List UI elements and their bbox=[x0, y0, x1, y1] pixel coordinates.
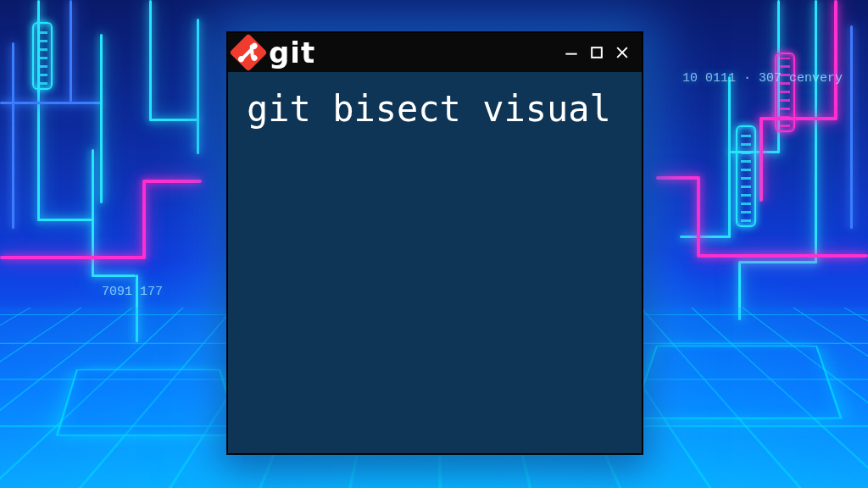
circuit-line bbox=[761, 117, 837, 120]
circuit-line bbox=[0, 256, 144, 259]
circuit-module bbox=[32, 22, 53, 90]
circuit-line bbox=[850, 25, 853, 229]
circuit-line bbox=[728, 76, 731, 237]
circuit-line bbox=[12, 42, 14, 229]
maximize-icon bbox=[588, 44, 605, 61]
minimize-icon bbox=[563, 44, 580, 61]
git-logo-icon bbox=[229, 33, 267, 71]
floor-tile bbox=[631, 346, 842, 419]
circuit-line bbox=[760, 117, 763, 202]
circuit-line bbox=[0, 102, 102, 104]
circuit-module bbox=[775, 53, 795, 132]
circuit-line bbox=[142, 181, 146, 259]
circuit-line bbox=[815, 0, 817, 263]
circuit-module bbox=[736, 125, 756, 227]
circuit-line bbox=[697, 178, 700, 258]
git-brand-text: git bbox=[269, 36, 315, 69]
circuit-line bbox=[149, 119, 198, 121]
circuit-line bbox=[834, 0, 837, 119]
floor-tile bbox=[56, 369, 241, 435]
svg-rect-1 bbox=[592, 47, 602, 58]
background-ghost-text-left: 7091 177 bbox=[102, 285, 163, 299]
circuit-line bbox=[142, 180, 202, 183]
circuit-line bbox=[698, 254, 868, 258]
window-controls bbox=[560, 42, 633, 64]
circuit-line bbox=[680, 236, 731, 238]
terminal-body[interactable]: git bisect visual bbox=[228, 72, 642, 146]
window-titlebar[interactable]: git bbox=[228, 33, 642, 72]
background-ghost-text-right: 10 0111 · 307 cenvery bbox=[682, 71, 843, 86]
git-brand: git bbox=[235, 36, 315, 69]
circuit-line bbox=[149, 0, 152, 120]
maximize-button[interactable] bbox=[586, 42, 608, 64]
circuit-line bbox=[100, 34, 103, 203]
minimize-button[interactable] bbox=[560, 42, 582, 64]
circuit-line bbox=[70, 0, 72, 102]
circuit-line bbox=[656, 176, 700, 180]
circuit-line bbox=[739, 261, 817, 263]
terminal-window: git git bisect visual bbox=[227, 32, 643, 454]
close-button[interactable] bbox=[611, 42, 633, 64]
circuit-line bbox=[197, 19, 199, 154]
close-icon bbox=[614, 44, 631, 61]
circuit-line bbox=[37, 219, 93, 221]
circuit-line bbox=[92, 274, 136, 277]
